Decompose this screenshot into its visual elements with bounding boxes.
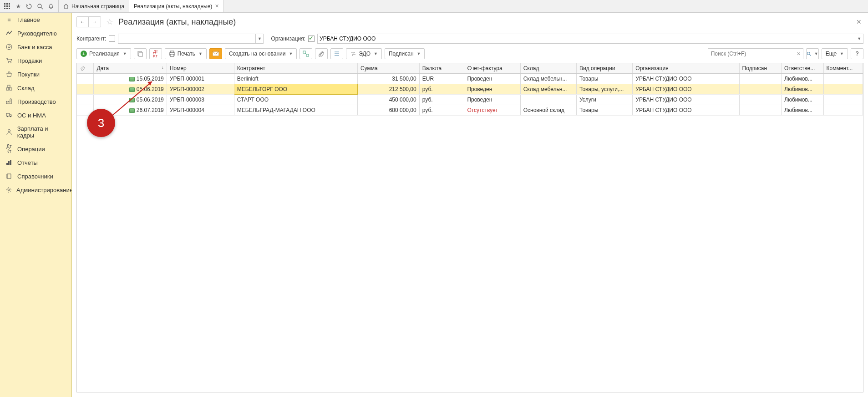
- table-cell[interactable]: 680 000,00: [358, 105, 420, 116]
- table-cell[interactable]: УРБАН СТУДИО ООО: [633, 95, 739, 105]
- chevron-down-icon[interactable]: ▼: [855, 34, 863, 43]
- table-cell[interactable]: 450 000,00: [358, 95, 420, 105]
- search-button[interactable]: ▼: [806, 48, 819, 59]
- dtkt-button[interactable]: ДтКт: [149, 48, 162, 59]
- table-cell[interactable]: Любимов...: [782, 84, 823, 95]
- column-header[interactable]: Вид операции: [577, 63, 633, 74]
- table-cell[interactable]: Проведен: [464, 74, 520, 84]
- column-header[interactable]: Коммент...: [823, 63, 863, 74]
- sidebar-item-production[interactable]: Производство: [0, 95, 71, 108]
- sidebar-item-manager[interactable]: Руководителю: [0, 26, 71, 40]
- table-cell[interactable]: УРБП-000004: [167, 105, 234, 116]
- table-row[interactable]: 05.06.2019УРБП-000003СТАРТ ООО450 000,00…: [77, 95, 863, 105]
- signed-button[interactable]: Подписан▼: [385, 48, 425, 59]
- table-cell[interactable]: Проведен: [464, 84, 520, 95]
- table-cell[interactable]: Услуги: [577, 95, 633, 105]
- table-cell[interactable]: [823, 74, 863, 84]
- chevron-down-icon[interactable]: ▼: [255, 34, 263, 43]
- star-icon[interactable]: ★: [13, 1, 24, 12]
- column-header[interactable]: Ответстве...: [782, 63, 823, 74]
- table-cell[interactable]: УРБАН СТУДИО ООО: [633, 84, 739, 95]
- column-header[interactable]: Дата↓: [94, 63, 167, 74]
- table-cell[interactable]: 31 500,00: [358, 74, 420, 84]
- sidebar-item-main[interactable]: ≡Главное: [0, 13, 71, 26]
- search-box[interactable]: ✕: [708, 48, 803, 59]
- close-icon[interactable]: ✕: [215, 3, 219, 9]
- org-combo[interactable]: ▼: [317, 34, 863, 44]
- table-cell[interactable]: [77, 95, 94, 105]
- table-cell[interactable]: Проведен: [464, 95, 520, 105]
- favorite-star-icon[interactable]: ☆: [105, 17, 115, 27]
- edo-button[interactable]: ЭДО▼: [346, 48, 382, 59]
- create-based-button[interactable]: Создать на основании▼: [225, 48, 297, 59]
- column-header[interactable]: Сумма: [358, 63, 420, 74]
- list-button[interactable]: [330, 48, 343, 59]
- table-cell[interactable]: 212 500,00: [358, 84, 420, 95]
- table-cell[interactable]: Основной склад: [520, 105, 576, 116]
- more-button[interactable]: Еще▼: [822, 48, 848, 59]
- table-cell[interactable]: [739, 105, 781, 116]
- contragent-input[interactable]: [118, 34, 255, 43]
- table-cell[interactable]: [77, 74, 94, 84]
- contragent-checkbox[interactable]: [109, 36, 115, 42]
- search-input[interactable]: [708, 51, 795, 57]
- table-cell[interactable]: [823, 105, 863, 116]
- table-cell[interactable]: руб.: [419, 84, 464, 95]
- table-cell[interactable]: руб.: [419, 95, 464, 105]
- copy-button[interactable]: [134, 48, 147, 59]
- apps-icon[interactable]: [2, 1, 13, 12]
- bell-icon[interactable]: [46, 1, 56, 12]
- sidebar-item-refs[interactable]: Справочники: [0, 169, 71, 183]
- envelope-button[interactable]: [209, 48, 222, 59]
- table-cell[interactable]: [520, 95, 576, 105]
- table-cell[interactable]: [77, 84, 94, 95]
- table-cell[interactable]: УРБАН СТУДИО ООО: [633, 74, 739, 84]
- realization-button[interactable]: +Реализация▼: [76, 48, 131, 59]
- tab-current[interactable]: Реализация (акты, накладные) ✕: [129, 0, 224, 12]
- table-cell[interactable]: СТАРТ ООО: [234, 95, 357, 105]
- clear-icon[interactable]: ✕: [795, 51, 803, 57]
- column-header[interactable]: Подписан: [739, 63, 781, 74]
- sidebar-item-admin[interactable]: Администрирование: [0, 183, 71, 197]
- table-cell[interactable]: Любимов...: [782, 95, 823, 105]
- back-button[interactable]: ←: [77, 17, 89, 27]
- column-header[interactable]: Контрагент: [234, 63, 357, 74]
- contragent-combo[interactable]: ▼: [118, 34, 264, 44]
- table-row[interactable]: 15.05.2019УРБП-000001Berlinloft31 500,00…: [77, 74, 863, 84]
- related-button[interactable]: [299, 48, 312, 59]
- column-header[interactable]: Номер: [167, 63, 234, 74]
- history-icon[interactable]: [24, 1, 35, 12]
- column-header[interactable]: Валюта: [419, 63, 464, 74]
- sidebar-item-purchases[interactable]: Покупки: [0, 67, 71, 81]
- table-cell[interactable]: УРБП-000001: [167, 74, 234, 84]
- sidebar-item-assets[interactable]: ОС и НМА: [0, 108, 71, 122]
- table-cell[interactable]: [739, 74, 781, 84]
- forward-button[interactable]: →: [89, 17, 101, 27]
- table-cell[interactable]: УРБП-000003: [167, 95, 234, 105]
- sidebar-item-hr[interactable]: Зарплата и кадры: [0, 122, 71, 142]
- column-header[interactable]: Организация: [633, 63, 739, 74]
- table-cell[interactable]: Товары: [577, 105, 633, 116]
- table-row[interactable]: 26.07.2019УРБП-000004МЕБЕЛЬГРАД-МАГАДАН …: [77, 105, 863, 116]
- table-cell[interactable]: МЕБЕЛЬГРАД-МАГАДАН ООО: [234, 105, 357, 116]
- table-cell[interactable]: Товары: [577, 74, 633, 84]
- table-cell[interactable]: Отсутствует: [464, 105, 520, 116]
- sidebar-item-reports[interactable]: Отчеты: [0, 156, 71, 169]
- sidebar-item-ops[interactable]: ДтКтОперации: [0, 142, 71, 156]
- table-cell[interactable]: Любимов...: [782, 74, 823, 84]
- tab-home[interactable]: Начальная страница: [59, 0, 129, 12]
- help-button[interactable]: ?: [851, 48, 863, 59]
- table-cell[interactable]: Товары, услуги,...: [577, 84, 633, 95]
- table-cell[interactable]: УРБП-000002: [167, 84, 234, 95]
- table-cell[interactable]: [823, 84, 863, 95]
- table-cell[interactable]: EUR: [419, 74, 464, 84]
- org-input[interactable]: [318, 34, 855, 43]
- table-row[interactable]: 05.06.2019УРБП-000002МЕБЕЛЬТОРГ ООО212 5…: [77, 84, 863, 95]
- org-checkbox[interactable]: [308, 36, 315, 42]
- table-cell[interactable]: МЕБЕЛЬТОРГ ООО: [234, 84, 357, 95]
- table-cell[interactable]: [739, 84, 781, 95]
- page-close-button[interactable]: ✕: [854, 16, 863, 27]
- search-icon[interactable]: [35, 1, 46, 12]
- column-header[interactable]: Склад: [520, 63, 576, 74]
- column-header[interactable]: [77, 63, 94, 74]
